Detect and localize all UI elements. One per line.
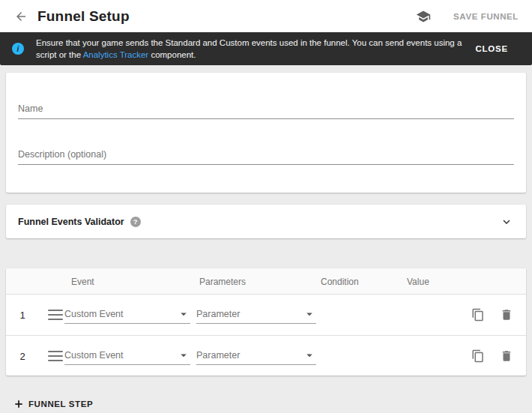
drag-handle-icon[interactable] <box>48 351 63 361</box>
arrow-back-icon <box>14 10 28 23</box>
table-header-row: Event Parameters Condition Value <box>6 268 526 295</box>
save-funnel-button[interactable]: SAVE FUNNEL <box>452 7 520 25</box>
description-field-wrapper <box>18 119 514 165</box>
duplicate-step-button[interactable] <box>471 307 486 322</box>
event-dropdown-value: Custom Event <box>64 309 177 319</box>
delete-step-button[interactable] <box>499 307 514 322</box>
name-input[interactable] <box>18 102 514 119</box>
info-banner: i Ensure that your game sends the Standa… <box>0 32 532 65</box>
analytics-tracker-link[interactable]: Analytics Tracker <box>83 50 149 59</box>
funnel-details-card <box>6 73 526 193</box>
dropdown-arrow-icon <box>303 349 316 362</box>
table-row: 2 Custom Event Parameter <box>6 335 526 376</box>
dropdown-arrow-icon <box>177 307 190 321</box>
step-number: 2 <box>6 336 39 376</box>
duplicate-step-button[interactable] <box>471 349 486 364</box>
description-input[interactable] <box>18 148 514 165</box>
column-header-event: Event <box>71 277 94 287</box>
parameter-dropdown[interactable]: Parameter <box>196 346 316 365</box>
plus-icon <box>13 399 24 409</box>
dropdown-arrow-icon <box>177 349 190 362</box>
expand-validator-button[interactable] <box>499 214 514 229</box>
validator-title: Funnel Events Validator <box>18 217 124 227</box>
banner-text-after: component. <box>148 50 196 59</box>
graduation-cap-icon <box>416 9 431 24</box>
trash-icon <box>500 349 513 363</box>
column-header-value: Value <box>407 277 429 287</box>
trash-icon <box>500 308 513 322</box>
app-bar: Funnel Setup SAVE FUNNEL <box>0 0 532 32</box>
page-title: Funnel Setup <box>37 8 130 25</box>
step-number: 1 <box>6 295 39 335</box>
delete-step-button[interactable] <box>499 349 514 364</box>
chevron-down-icon <box>500 215 513 229</box>
event-dropdown[interactable]: Custom Event <box>64 346 190 365</box>
help-icon[interactable]: ? <box>130 217 141 227</box>
close-banner-button[interactable]: CLOSE <box>468 38 516 59</box>
parameter-dropdown-value: Parameter <box>196 350 303 361</box>
info-icon: i <box>12 43 24 55</box>
parameter-dropdown[interactable]: Parameter <box>196 304 316 324</box>
funnel-steps-table: Event Parameters Condition Value 1 Custo… <box>6 268 526 376</box>
dropdown-arrow-icon <box>303 307 316 321</box>
funnel-events-validator-panel[interactable]: Funnel Events Validator ? <box>6 205 526 238</box>
event-dropdown[interactable]: Custom Event <box>64 304 190 324</box>
column-header-condition: Condition <box>321 277 359 287</box>
name-field-wrapper <box>18 73 514 119</box>
parameter-dropdown-value: Parameter <box>196 309 303 319</box>
add-funnel-step-label: FUNNEL STEP <box>28 400 93 409</box>
banner-message: Ensure that your game sends the Standard… <box>36 37 468 61</box>
column-header-parameters: Parameters <box>199 277 246 287</box>
add-funnel-step-button[interactable]: FUNNEL STEP <box>10 397 96 411</box>
event-dropdown-value: Custom Event <box>64 350 177 361</box>
copy-icon <box>471 308 485 322</box>
tutorial-button[interactable] <box>414 7 432 25</box>
copy-icon <box>471 349 485 363</box>
back-button[interactable] <box>12 7 30 25</box>
table-row: 1 Custom Event Parameter <box>6 295 526 335</box>
drag-handle-icon[interactable] <box>48 310 63 320</box>
